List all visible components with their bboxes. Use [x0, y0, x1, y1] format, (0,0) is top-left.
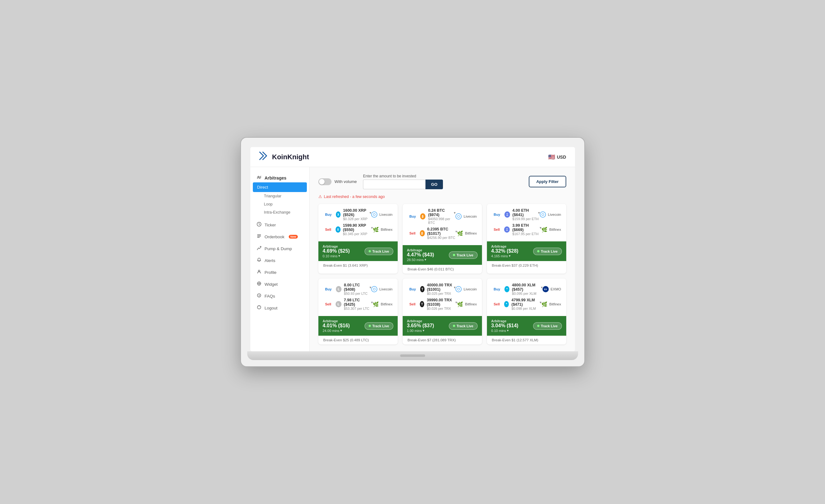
pump-dump-icon: [256, 245, 261, 252]
logo-area: KoinKnight: [259, 151, 309, 162]
sidebar-item-widget[interactable]: Widget: [250, 278, 309, 290]
go-button[interactable]: GO: [426, 179, 443, 189]
orderbook-icon: [256, 233, 261, 240]
faqs-icon: ?: [256, 293, 261, 299]
volume-toggle[interactable]: [318, 178, 331, 185]
sidebar-item-profile[interactable]: Profile: [250, 266, 309, 278]
direct-label: Direct: [257, 185, 268, 190]
sidebar-item-direct[interactable]: Direct: [253, 183, 307, 192]
laptop-notch: [400, 354, 425, 357]
arbitrages-icon: [256, 175, 261, 181]
sidebar-item-logout[interactable]: Logout: [250, 302, 309, 314]
track-live-btn-1[interactable]: Track Live: [449, 251, 477, 259]
flag-icon: 🇺🇸: [548, 154, 555, 160]
invest-area: Enter the amount to be invested GO: [363, 174, 443, 189]
break-even-1: Break-Even $46 (0.011 BTC): [403, 265, 482, 274]
break-even-5: Break-Even $1 (12.577 XLM): [487, 336, 566, 345]
currency-text: USD: [557, 155, 566, 159]
sidebar-item-orderbook[interactable]: Orderbook New: [250, 231, 309, 243]
break-even-4: Break-Even $7 (281.089 TRX): [403, 336, 482, 345]
track-live-btn-3[interactable]: Track Live: [365, 322, 393, 330]
app-body: Arbitrages Direct Triangular Loop Intra-…: [250, 167, 575, 351]
laptop-base: [247, 351, 578, 360]
break-even-0: Break-Even $1 (3.641 XRP): [318, 261, 398, 270]
break-even-2: Break-Even $37 (0.229 ETH): [487, 261, 566, 270]
sidebar-item-arbitrages: Arbitrages: [250, 172, 309, 183]
sidebar-item-alerts[interactable]: Alerts: [250, 255, 309, 266]
svg-rect-3: [257, 237, 260, 238]
ticker-icon: [256, 222, 261, 228]
filter-bar: With volume Enter the amount to be inves…: [318, 174, 566, 189]
alerts-icon: [256, 257, 261, 264]
main-content: With volume Enter the amount to be inves…: [310, 167, 575, 351]
invest-input-wrap: GO: [363, 179, 443, 189]
koinknight-logo-icon: [259, 151, 269, 162]
currency-badge[interactable]: 🇺🇸 USD: [548, 154, 566, 160]
laptop-inner: KoinKnight 🇺🇸 USD Arbitrages: [250, 147, 575, 351]
arb-card-4: Buy T 40000.00 TRX ($1001) ▾ $0.025 per …: [403, 279, 482, 345]
sidebar-item-pump-dump[interactable]: Pump & Dump: [250, 243, 309, 255]
sidebar-item-intra-exchange[interactable]: Intra-Exchange: [250, 208, 309, 216]
break-even-3: Break-Even $25 (0.489 LTC): [318, 336, 398, 345]
sidebar: Arbitrages Direct Triangular Loop Intra-…: [250, 167, 310, 351]
track-live-btn-4[interactable]: Track Live: [449, 322, 477, 330]
apply-filter-button[interactable]: Apply Filter: [529, 176, 566, 187]
arb-card-0: Buy X 1600.00 XRP ($526) ▾ $0.328 per XR…: [318, 204, 398, 274]
svg-rect-2: [257, 236, 261, 236]
arb-card-1: Buy ₿ 0.24 BTC ($974) ▾ $4050.998 per BT…: [403, 204, 482, 274]
svg-rect-1: [257, 234, 261, 235]
toggle-knob: [319, 179, 325, 185]
refresh-text: Last refreshed - a few seconds ago: [324, 195, 385, 199]
track-live-btn-5[interactable]: Track Live: [533, 322, 562, 330]
laptop-wrapper: KoinKnight 🇺🇸 USD Arbitrages: [241, 138, 584, 366]
widget-icon: [256, 281, 261, 287]
sidebar-item-triangular[interactable]: Triangular: [250, 192, 309, 200]
arbitrages-label: Arbitrages: [265, 175, 287, 181]
refresh-warning-icon: ⚠: [318, 194, 322, 199]
refresh-notice: ⚠ Last refreshed - a few seconds ago: [318, 194, 566, 199]
arb-card-5: Buy * 4800.00 XLM ($457) ▾ $0.095 per XL…: [487, 279, 566, 345]
arb-card-2: Buy Ξ 4.00 ETH ($641) ▾ $159.99 per ETH …: [487, 204, 566, 274]
logout-label: Logout: [265, 306, 278, 310]
cards-grid: Buy X 1600.00 XRP ($526) ▾ $0.328 per XR…: [318, 204, 566, 345]
laptop-screen: KoinKnight 🇺🇸 USD Arbitrages: [241, 138, 584, 366]
app-header: KoinKnight 🇺🇸 USD: [250, 147, 575, 167]
orderbook-label: Orderbook: [265, 234, 285, 239]
sidebar-item-faqs[interactable]: ? FAQs: [250, 290, 309, 302]
ticker-label: Ticker: [265, 223, 276, 227]
orderbook-badge: New: [289, 235, 298, 238]
sidebar-item-ticker[interactable]: Ticker: [250, 219, 309, 231]
invest-label: Enter the amount to be invested: [363, 174, 443, 178]
widget-label: Widget: [265, 282, 278, 287]
profile-icon: [256, 269, 261, 275]
pump-dump-label: Pump & Dump: [265, 246, 292, 251]
alerts-label: Alerts: [265, 258, 276, 263]
arb-card-3: Buy Ł 8.00 LTC ($408) ▾ $50.93 per LTC L…: [318, 279, 398, 345]
svg-point-4: [258, 270, 260, 272]
sidebar-item-loop[interactable]: Loop: [250, 200, 309, 208]
toggle-label: With volume: [334, 179, 357, 184]
profile-label: Profile: [265, 270, 277, 275]
svg-text:?: ?: [258, 294, 260, 297]
logout-icon: [256, 305, 261, 311]
track-live-btn-0[interactable]: Track Live: [365, 247, 393, 255]
track-live-btn-2[interactable]: Track Live: [533, 247, 562, 255]
volume-toggle-wrap: With volume: [318, 178, 357, 185]
logo-text: KoinKnight: [272, 153, 309, 161]
faqs-label: FAQs: [265, 294, 275, 298]
invest-input[interactable]: [363, 179, 426, 189]
